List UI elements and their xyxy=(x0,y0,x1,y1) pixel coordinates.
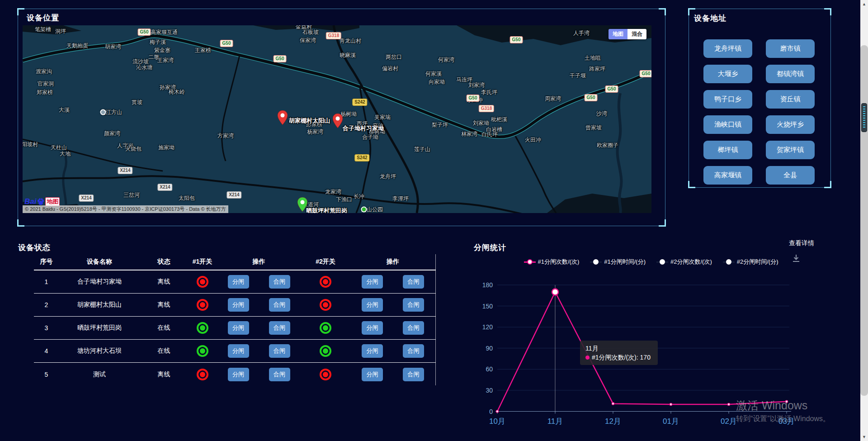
map-place-label: 青龙山村 xyxy=(340,37,361,45)
map-place-label: 笔架槽 xyxy=(35,26,51,33)
address-button-大堰乡[interactable]: 大堰乡 xyxy=(703,65,752,83)
device-address-title: 设备地址 xyxy=(694,13,726,24)
road-badge-g50: G50 xyxy=(220,40,233,47)
open-switch-button[interactable]: 分闸 xyxy=(362,344,383,358)
close-switch-button[interactable]: 合闸 xyxy=(269,275,290,289)
map-place-label: 刘家湾 xyxy=(468,81,485,89)
road-badge-s242: S242 xyxy=(352,99,367,106)
open-switch-button[interactable]: 分闸 xyxy=(362,321,383,335)
map-place-label: 周家湾 xyxy=(545,95,561,103)
close-switch-button[interactable]: 合闸 xyxy=(269,344,290,358)
map-place-label: 火田冲 xyxy=(525,136,541,144)
address-button-都镇湾镇[interactable]: 都镇湾镇 xyxy=(766,65,815,83)
map-pin-label: 晒鼓坪村荒田岗 xyxy=(306,207,347,213)
device-status: 离线 xyxy=(158,301,170,309)
scroll-down-arrow[interactable]: ▼ xyxy=(860,435,868,439)
address-button-全县[interactable]: 全县 xyxy=(766,166,815,185)
map-place-label: 杨树坳 xyxy=(340,110,357,118)
baidu-map[interactable]: 笔架槽洞坪天鹅抱蛋胡家湾高家堰互通梅子溪紫金寨二墩渡家沟官家洞郑家榜流沙坡沁水塘… xyxy=(23,25,651,213)
column-header: 状态 xyxy=(158,258,170,266)
close-switch-button[interactable]: 合闸 xyxy=(403,298,424,312)
address-button-龙舟坪镇[interactable]: 龙舟坪镇 xyxy=(703,39,752,58)
close-switch-button[interactable]: 合闸 xyxy=(403,275,424,289)
map-place-label: 晓麻溪 xyxy=(340,52,356,59)
trip-stats-title: 分闸统计 xyxy=(474,242,506,253)
svg-text:180: 180 xyxy=(482,281,493,289)
road-badge-g50: G50 xyxy=(585,94,598,101)
svg-text:60: 60 xyxy=(486,365,493,373)
map-place-label: 下渔口 xyxy=(336,196,352,204)
close-switch-button[interactable]: 合闸 xyxy=(403,368,424,381)
map-place-label: 沁水塘 xyxy=(136,64,152,71)
park-poi-icon xyxy=(361,207,367,213)
legend-item[interactable]: #1分闸时间/(分) xyxy=(590,258,646,266)
switch2-indicator-red xyxy=(320,299,331,311)
view-details-link[interactable]: 查看详情 xyxy=(789,239,814,247)
close-switch-button[interactable]: 合闸 xyxy=(269,298,290,312)
map-place-label: 贯坡 xyxy=(132,99,142,106)
map-place-label: 人手湾 xyxy=(573,29,590,37)
map-pin-icon[interactable] xyxy=(333,114,343,128)
open-switch-button[interactable]: 分闸 xyxy=(228,275,249,289)
open-switch-button[interactable]: 分闸 xyxy=(228,344,249,358)
table-divider xyxy=(435,254,436,385)
open-switch-button[interactable]: 分闸 xyxy=(362,298,383,312)
corner-bracket xyxy=(659,8,666,15)
close-switch-button[interactable]: 合闸 xyxy=(403,321,424,335)
road-badge-x214: X214 xyxy=(157,184,172,191)
open-switch-button[interactable]: 分闸 xyxy=(362,275,383,289)
row-index: 5 xyxy=(45,371,48,378)
close-switch-button[interactable]: 合闸 xyxy=(403,344,424,358)
road-badge-x214: X214 xyxy=(118,167,132,174)
road-badge-g50: G50 xyxy=(510,36,523,43)
legend-item[interactable]: #2分闸时间/(分) xyxy=(723,258,778,266)
map-place-label: 天鹅抱蛋 xyxy=(66,42,88,50)
map-place-label: 长冲 xyxy=(354,193,364,200)
open-switch-button[interactable]: 分闸 xyxy=(228,321,249,335)
tooltip-month: 11月 xyxy=(585,344,652,353)
legend-label: #2分闸时间/(分) xyxy=(737,258,778,266)
map-place-label: 颜家湾 xyxy=(104,130,120,138)
map-place-label: 李潭坪 xyxy=(392,195,409,203)
map-place-label: 三岔河 xyxy=(123,191,140,199)
address-button-渔峡口镇[interactable]: 渔峡口镇 xyxy=(703,115,752,134)
map-pin-icon[interactable] xyxy=(278,110,288,125)
address-button-磨市镇[interactable]: 磨市镇 xyxy=(766,39,815,58)
address-button-鸭子口乡[interactable]: 鸭子口乡 xyxy=(703,90,752,109)
map-place-label: 欧家圈子 xyxy=(597,142,618,149)
close-switch-button[interactable]: 合闸 xyxy=(269,321,290,335)
map-type-hybrid-button[interactable]: 混合 xyxy=(627,29,646,39)
scroll-up-arrow[interactable]: ▲ xyxy=(860,2,868,6)
open-switch-button[interactable]: 分闸 xyxy=(228,298,249,312)
address-button-资丘镇[interactable]: 资丘镇 xyxy=(766,90,815,109)
map-place-label: 何家湾 xyxy=(438,56,454,64)
switch1-indicator-green xyxy=(197,322,208,334)
address-button-火烧坪乡[interactable]: 火烧坪乡 xyxy=(766,115,815,134)
map-place-label: 渡家沟 xyxy=(36,68,52,76)
map-place-label: 阴阳坡村 xyxy=(23,141,38,148)
vertical-scrollbar[interactable]: ▲ ▼ xyxy=(860,0,868,441)
map-place-label: 曾家坡 xyxy=(585,124,602,132)
map-pin-label: 合子坳村习家坳 xyxy=(343,124,384,133)
scrollbar-marker[interactable] xyxy=(861,103,867,132)
legend-item[interactable]: #1分闸次数/(次) xyxy=(524,258,580,266)
map-type-map-button[interactable]: 地图 xyxy=(609,29,627,39)
legend-item[interactable]: #2分闸次数/(次) xyxy=(656,258,712,266)
svg-text:90: 90 xyxy=(486,345,493,352)
device-name: 合子坳村习家坳 xyxy=(77,278,122,286)
scrollbar-thumb[interactable] xyxy=(860,45,868,396)
column-header: 序号 xyxy=(40,258,53,266)
open-switch-button[interactable]: 分闸 xyxy=(362,368,383,381)
address-button-高家堰镇[interactable]: 高家堰镇 xyxy=(703,166,752,185)
map-place-label: 路家坪 xyxy=(589,65,605,73)
address-button-榔坪镇[interactable]: 榔坪镇 xyxy=(703,141,752,159)
road-badge-x214: X214 xyxy=(79,194,94,202)
close-switch-button[interactable]: 合闸 xyxy=(269,368,290,381)
road-badge-g318: G318 xyxy=(479,105,494,112)
open-switch-button[interactable]: 分闸 xyxy=(228,368,249,381)
map-place-label: 高家堰互通 xyxy=(151,28,178,36)
svg-text:11月: 11月 xyxy=(547,417,563,426)
svg-text:0: 0 xyxy=(489,408,493,415)
road-badge-g50: G50 xyxy=(640,70,651,77)
address-button-贺家坪镇[interactable]: 贺家坪镇 xyxy=(766,141,815,159)
